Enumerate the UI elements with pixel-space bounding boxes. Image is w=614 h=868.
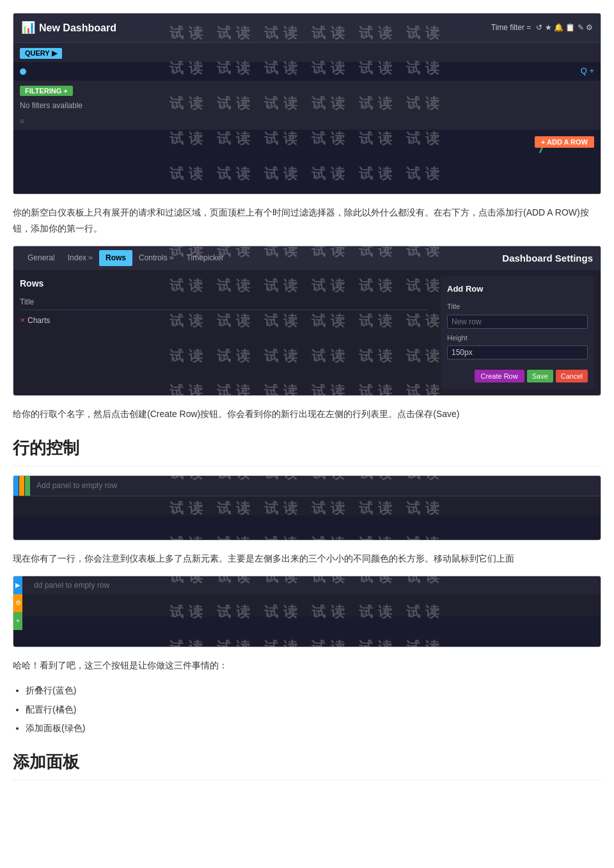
list-item-configure: 配置行(橘色) <box>26 702 601 718</box>
table-row: ✕ Charts <box>20 313 428 329</box>
add-row-button[interactable]: + ADD A ROW <box>535 136 594 148</box>
filtering-button[interactable]: FILTERING + <box>20 86 73 96</box>
screenshot-settings: General Index ≈ Rows Controls ≈ Timepick… <box>13 246 601 396</box>
section-heading-add-panel: 添加面板 <box>13 749 601 780</box>
tab-rows[interactable]: Rows <box>99 250 132 266</box>
tab-timepicker[interactable]: Timepicker <box>180 250 230 266</box>
height-input[interactable] <box>447 345 588 359</box>
gear-icon[interactable]: ⚙ <box>13 594 22 612</box>
create-row-button[interactable]: Create Row <box>475 370 524 383</box>
remove-row-icon[interactable]: ✕ <box>20 315 25 326</box>
collapse-row-button[interactable] <box>13 476 19 496</box>
add-row-panel: Add Row Title Height Create Row Save Can… <box>441 276 594 389</box>
dashboard-title: 📊 New Dashboard <box>21 19 116 37</box>
settings-tabs: General Index ≈ Rows Controls ≈ Timepick… <box>13 246 601 270</box>
screenshot-row-control: Add panel to empty row <box>13 475 601 541</box>
section-heading-row-controls: 行的控制 <box>13 435 601 466</box>
row-empty-area <box>13 496 601 516</box>
para1: 你的新空白仪表板上只有展开的请求和过滤区域，页面顶栏上有个时间过滤选择器，除此以… <box>13 205 601 237</box>
add-row-title: Add Row <box>447 283 588 296</box>
dashboard-body: ↗ + ADD A ROW <box>13 130 601 194</box>
title-input[interactable] <box>447 315 588 329</box>
rows-section-title: Rows <box>20 276 428 290</box>
settings-body: Rows Title ✕ Charts ↘ Add Row Title Heig… <box>13 270 601 395</box>
tab-general[interactable]: General <box>21 250 61 266</box>
para3: 现在你有了一行，你会注意到仪表板上多了点新元素。主要是左侧多出来的三个小小的不同… <box>13 551 601 567</box>
row-full-strip: ▶ ⚙ + dd panel to empty row <box>13 576 601 633</box>
row-content <box>22 594 601 617</box>
screenshot-dashboard: 📊 New Dashboard Time filter = ↺ ★ 🔔 📋 ✎ … <box>13 13 601 194</box>
collapse-icon[interactable]: ▶ <box>13 576 22 594</box>
screenshot-row-expanded: ▶ ⚙ + dd panel to empty row <box>13 576 601 647</box>
row-header: dd panel to empty row <box>22 576 601 594</box>
para2: 给你的行取个名字，然后点击创建(Create Row)按钮。你会看到你的新行出现… <box>13 406 601 422</box>
search-dot-icon <box>20 68 26 75</box>
table-header: Title <box>20 295 428 310</box>
title-label: Title <box>447 301 588 313</box>
row-body: dd panel to empty row <box>22 576 601 633</box>
row-footer <box>22 617 601 633</box>
bullet-list: 折叠行(蓝色) 配置行(橘色) 添加面板(绿色) <box>26 683 601 736</box>
tab-index[interactable]: Index ≈ <box>61 250 99 266</box>
add-panel-button[interactable] <box>25 476 30 496</box>
settings-buttons: Create Row Save Cancel <box>447 370 588 383</box>
search-plus-icon: Q + <box>581 65 594 78</box>
add-panel-label: dd panel to empty row <box>28 580 116 592</box>
para4: 哈哈！看到了吧，这三个按钮是让你做这三件事情的： <box>13 658 601 674</box>
header-right: Time filter = ↺ ★ 🔔 📋 ✎ ⚙ <box>491 22 593 34</box>
settings-left-panel: Rows Title ✕ Charts ↘ <box>20 276 428 389</box>
add-icon[interactable]: + <box>13 612 22 630</box>
tab-controls[interactable]: Controls ≈ <box>132 250 180 266</box>
add-panel-text: Add panel to empty row <box>30 480 123 492</box>
height-label: Height <box>447 333 588 344</box>
chart-icon: 📊 <box>21 19 35 37</box>
settings-title: Dashboard Settings <box>502 251 593 266</box>
configure-row-button[interactable] <box>19 476 24 496</box>
cancel-button[interactable]: Cancel <box>556 370 588 383</box>
row-strip: Add panel to empty row <box>13 476 601 496</box>
row-side-buttons: ▶ ⚙ + <box>13 576 22 633</box>
list-item-collapse: 折叠行(蓝色) <box>26 683 601 698</box>
query-button[interactable]: QUERY ▶ <box>20 48 62 59</box>
save-button[interactable]: Save <box>527 370 553 383</box>
list-item-add-panel: 添加面板(绿色) <box>26 720 601 736</box>
row-empty-area2 <box>13 516 601 535</box>
dashboard-header: 📊 New Dashboard Time filter = ↺ ★ 🔔 📋 ✎ … <box>13 13 601 43</box>
query-bar: QUERY ▶ <box>13 43 601 62</box>
no-filters-text: No filters available <box>20 97 594 114</box>
search-row: Q + <box>13 62 601 81</box>
filtering-bar: FILTERING + No filters available ○ <box>13 81 601 130</box>
